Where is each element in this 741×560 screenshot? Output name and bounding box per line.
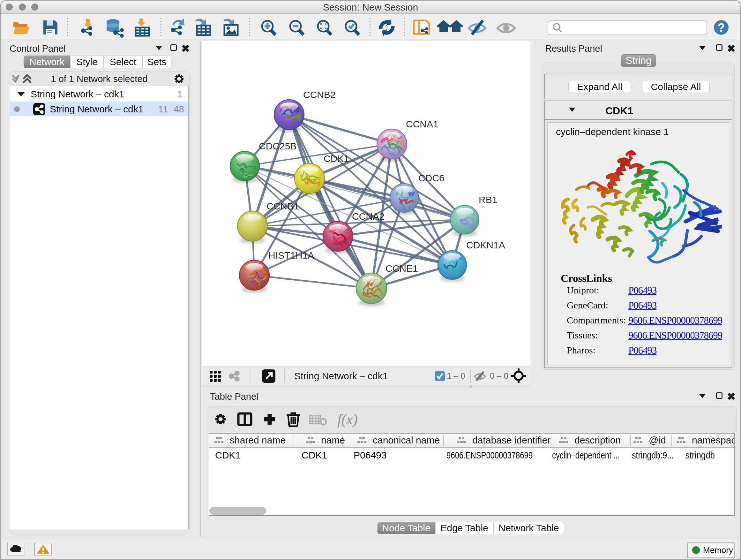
svg-text:stringdb:9...: stringdb:9... <box>632 450 674 460</box>
svg-text:String Network – cdk1: String Network – cdk1 <box>30 89 124 99</box>
svg-text:CDC25B: CDC25B <box>259 141 296 151</box>
svg-text:9606.ENSP00000378699: 9606.ENSP00000378699 <box>447 450 533 460</box>
svg-text:stringdb: stringdb <box>685 450 715 460</box>
svg-text:CDC6: CDC6 <box>418 173 445 183</box>
svg-text:@id: @id <box>649 435 666 445</box>
svg-text:CCNA1: CCNA1 <box>406 119 439 129</box>
svg-text:1 – 0: 1 – 0 <box>447 371 465 381</box>
svg-text:0 – 0: 0 – 0 <box>490 371 509 381</box>
svg-text:RB1: RB1 <box>479 194 497 205</box>
svg-text:namespac: namespac <box>692 435 734 445</box>
svg-text:Memory: Memory <box>703 545 733 555</box>
svg-text:shared name: shared name <box>230 435 286 445</box>
svg-text:CCNA2: CCNA2 <box>352 211 385 222</box>
svg-text:CDK1: CDK1 <box>215 450 241 460</box>
svg-text:P06493: P06493 <box>354 450 387 460</box>
svg-text:CCNB1: CCNB1 <box>266 201 299 211</box>
svg-text:11: 11 <box>158 104 168 114</box>
svg-text:description: description <box>575 435 621 445</box>
svg-text:1 of 1 Network selected: 1 of 1 Network selected <box>51 74 147 84</box>
svg-text:String Network – cdk1: String Network – cdk1 <box>50 104 143 114</box>
svg-text:cyclin–dependent ...: cyclin–dependent ... <box>552 450 620 460</box>
svg-text:canonical name: canonical name <box>373 435 440 445</box>
svg-text:f(x): f(x) <box>337 411 358 428</box>
svg-text:String Network – cdk1: String Network – cdk1 <box>294 371 388 381</box>
svg-text:CCNE1: CCNE1 <box>386 263 418 273</box>
svg-text:name: name <box>321 435 345 445</box>
svg-text:CDK1: CDK1 <box>301 450 327 460</box>
svg-text:database identifier: database identifier <box>472 435 550 445</box>
svg-text:CDKN1A: CDKN1A <box>466 240 505 250</box>
svg-text:1: 1 <box>177 89 183 99</box>
svg-text:HIST1H1A: HIST1H1A <box>268 250 314 260</box>
svg-text:?: ? <box>718 21 725 34</box>
svg-text:48: 48 <box>174 104 184 114</box>
svg-text:CDK1: CDK1 <box>324 153 349 164</box>
svg-text:CCNB2: CCNB2 <box>303 89 336 100</box>
